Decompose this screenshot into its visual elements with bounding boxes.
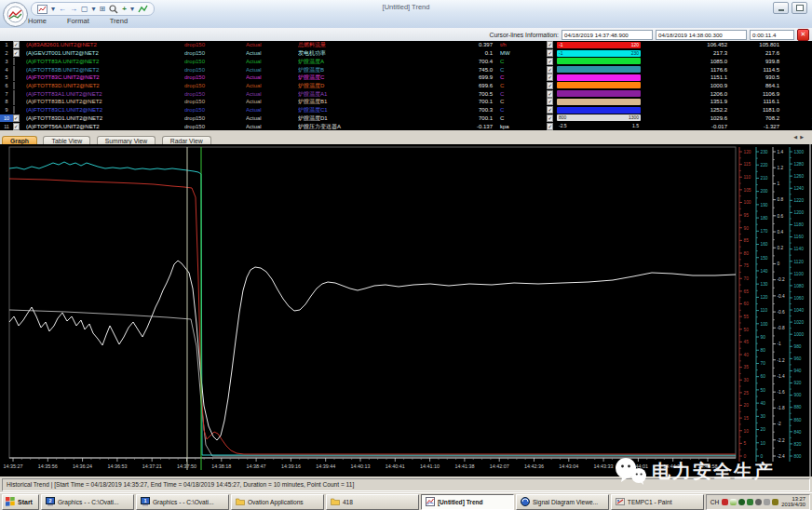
scale-checkbox[interactable]: ✓	[547, 106, 553, 114]
scale-checkbox[interactable]: ✓	[547, 66, 553, 74]
pen-color-bar[interactable]	[557, 99, 641, 105]
tray-icon[interactable]	[764, 499, 770, 505]
tray-icon[interactable]	[738, 499, 745, 505]
cursor-start-time-field[interactable]: 04/18/2019 14:37:48.900	[562, 30, 653, 40]
table-row[interactable]: 8(A)FTOTT83B1.UNIT2@NET2drop150Actual炉膛温…	[0, 98, 812, 106]
y-axis-tick-label: 40	[761, 401, 766, 406]
table-row[interactable]: 6(A)FTOTT83D.UNIT2@NET2drop150Actual炉膛温度…	[0, 82, 812, 90]
taskbar-item[interactable]: 2Graphics - - C:\Ovati...	[41, 494, 134, 510]
plot-checkbox[interactable]: ✓	[13, 41, 20, 48]
tray-icon[interactable]	[722, 499, 728, 505]
drop-name: drop150	[184, 98, 246, 105]
taskbar-item[interactable]: [Untitled] Trend	[421, 494, 514, 510]
y-axis-tick-label: 115	[744, 162, 751, 167]
row-number: 10	[0, 114, 13, 122]
plot-checkbox[interactable]	[13, 58, 15, 65]
scale-checkbox[interactable]: ✓	[547, 58, 553, 65]
cursor-delta-field[interactable]: 0:00:11.4	[750, 30, 794, 40]
table-row[interactable]: 9(A)FTOTT83C1.UNIT2@NET2drop150Actual炉膛温…	[0, 106, 812, 114]
plot-checkbox[interactable]	[13, 82, 15, 89]
table-row[interactable]: 1✓(A)83A82601.UNIT2@NET2drop150Actual总燃料…	[0, 41, 812, 49]
units-label: C	[495, 114, 525, 122]
table-row[interactable]: 2✓(A)GEVJT001.UNIT2@NET2drop150Actual发电机…	[0, 49, 812, 58]
scale-checkbox[interactable]: ✓	[547, 82, 553, 89]
y-axis-tick-label: 140	[761, 269, 768, 274]
signal-tag[interactable]: (A)FTOTT83D1.UNIT2@NET2	[26, 114, 184, 122]
menu-home[interactable]: Home	[24, 17, 50, 25]
signal-tag[interactable]: (A)FTOTT83B1.UNIT2@NET2	[26, 98, 184, 105]
value-mode: Actual	[246, 106, 298, 114]
tab-scroll-right-icon[interactable]: ▶	[800, 134, 806, 140]
pen-color-bar[interactable]	[557, 58, 641, 64]
pen-color-bar[interactable]	[557, 66, 641, 73]
signal-tag[interactable]: (A)FTOTT83A.UNIT2@NET2	[26, 58, 184, 65]
signal-tag[interactable]: (A)FTOTT83C1.UNIT2@NET2	[26, 106, 184, 114]
pen-color-bar[interactable]	[557, 82, 641, 88]
scale-checkbox[interactable]: ✓	[547, 49, 553, 57]
cursor1-value: 1206.0	[641, 90, 730, 98]
plot-checkbox[interactable]	[13, 90, 15, 98]
toolbar-strip: Cursor-lines Information: 04/18/2019 14:…	[0, 28, 812, 42]
pen-color-bar[interactable]: 8001300	[557, 114, 641, 121]
taskbar-item[interactable]: Signal Diagram Viewe...	[516, 494, 609, 510]
value-mode: Actual	[246, 41, 298, 48]
pen-color-bar[interactable]	[557, 74, 641, 81]
table-row[interactable]: 4(A)FTOTT83B.UNIT2@NET2drop150Actual炉膛温度…	[0, 65, 812, 74]
tray-icon[interactable]	[772, 499, 778, 505]
plot-checkbox[interactable]	[13, 98, 15, 105]
table-row[interactable]: 11✓(A)FTOPT56A.UNIT2@NET2drop150Actual炉膛…	[0, 122, 812, 130]
table-row[interactable]: 7(A)FTOTT83A1.UNIT2@NET2drop150Actual炉膛温…	[0, 89, 812, 98]
tray-icon[interactable]	[755, 499, 762, 505]
cursor2-value: 708.2	[730, 114, 782, 122]
row-number: 7	[0, 90, 13, 98]
plot-checkbox[interactable]: ✓	[13, 123, 20, 130]
y-axis-tick-label: 0.6	[778, 214, 784, 219]
scale-checkbox[interactable]: ✓	[547, 41, 553, 48]
restore-button[interactable]	[792, 2, 807, 14]
signal-tag[interactable]: (A)FTOPT56A.UNIT2@NET2	[26, 123, 184, 130]
table-row[interactable]: 3(A)FTOTT83A.UNIT2@NET2drop150Actual炉膛温度…	[0, 57, 812, 65]
scale-checkbox[interactable]: ✓	[547, 123, 553, 130]
minimize-button[interactable]	[773, 2, 789, 14]
signal-tag[interactable]: (A)FTOTT83D.UNIT2@NET2	[26, 82, 184, 89]
scale-checkbox[interactable]: ✓	[547, 74, 553, 81]
signal-tag[interactable]: (A)FTOTT83C.UNIT2@NET2	[26, 74, 184, 81]
plot-checkbox[interactable]	[13, 66, 15, 74]
scale-checkbox[interactable]: ✓	[547, 114, 553, 122]
plot-checkbox[interactable]: ✓	[13, 49, 20, 57]
menu-format[interactable]: Format	[63, 17, 93, 25]
scale-checkbox[interactable]: ✓	[547, 90, 553, 98]
pen-color-bar[interactable]: -1120	[557, 42, 641, 48]
tray-icon[interactable]	[730, 499, 737, 505]
signal-tag[interactable]: (A)FTOTT83B.UNIT2@NET2	[26, 66, 184, 74]
row-number: 5	[0, 74, 13, 81]
taskbar-clock[interactable]: 13:27 2019/4/30	[781, 496, 805, 507]
taskbar-item[interactable]: 1Graphics - - C:\Ovati...	[136, 494, 229, 510]
close-cursor-info-button[interactable]: ✕	[797, 29, 809, 41]
y-axis-tick-label: 840	[794, 430, 802, 435]
signal-tag[interactable]: (A)FTOTT83A1.UNIT2@NET2	[26, 90, 184, 98]
pen-color-bar[interactable]: -2.51.5	[557, 123, 641, 129]
signal-tag[interactable]: (A)83A82601.UNIT2@NET2	[26, 41, 184, 48]
taskbar-item[interactable]: 418	[326, 494, 419, 510]
plot-checkbox[interactable]	[13, 74, 15, 81]
y-axis-tick-label: 5	[744, 441, 747, 446]
plot-checkbox[interactable]: ✓	[13, 114, 20, 122]
table-row[interactable]: 5(A)FTOTT83C.UNIT2@NET2drop150Actual炉膛温度…	[0, 74, 812, 82]
start-button[interactable]: Start	[2, 494, 39, 510]
cursor-end-time-field[interactable]: 04/18/2019 14:38:00.300	[656, 30, 747, 40]
language-indicator[interactable]: CH	[710, 499, 719, 505]
value-mode: Actual	[246, 90, 298, 98]
tray-icon[interactable]	[747, 499, 753, 505]
plot-checkbox[interactable]	[13, 106, 15, 114]
scale-checkbox[interactable]: ✓	[547, 98, 553, 105]
pen-color-bar[interactable]: -1230	[557, 50, 641, 57]
taskbar-item[interactable]: TEMPC1 - Paint	[611, 494, 704, 510]
menu-trend[interactable]: Trend	[106, 17, 131, 25]
table-row[interactable]: 10✓(A)FTOTT83D1.UNIT2@NET2drop150Actual炉…	[0, 114, 812, 122]
pen-color-bar[interactable]	[557, 107, 641, 114]
pen-color-bar[interactable]	[557, 90, 641, 97]
signal-tag[interactable]: (A)GEVJT001.UNIT2@NET2	[26, 49, 184, 57]
y-axis-tick-label: 65	[744, 289, 750, 294]
taskbar-item[interactable]: Ovation Applications	[231, 494, 324, 510]
